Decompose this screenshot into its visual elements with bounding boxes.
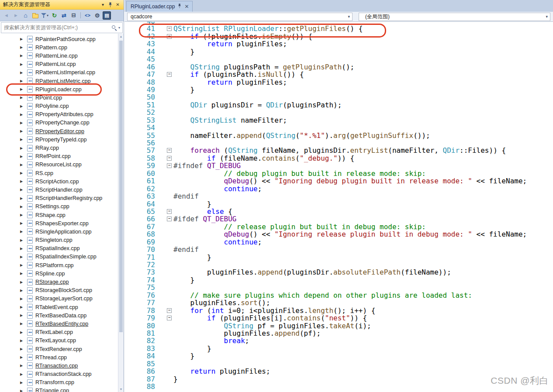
code-line-63[interactable]: 63#endif <box>124 193 553 200</box>
view-code-button[interactable]: <> <box>83 11 92 20</box>
scrollbar-thumb[interactable] <box>119 41 123 332</box>
tree-item[interactable]: ▶RPolyline.cpp <box>0 102 118 110</box>
sync-with-active-document-button[interactable]: ⇄ <box>60 11 68 20</box>
code-line-77[interactable]: 77 pluginFiles.sort(); <box>124 299 553 306</box>
tree-item[interactable]: ▶RPluginLoader.cpp <box>0 85 118 93</box>
code-line-61[interactable]: 61 qDebug() << "Ignoring debug plugin bu… <box>124 177 553 185</box>
tree-item[interactable]: ▶RScriptHandler.cpp <box>0 186 118 194</box>
expand-chevron-icon[interactable]: ▶ <box>20 121 26 125</box>
expand-chevron-icon[interactable]: ▶ <box>20 79 26 83</box>
code-line-69[interactable]: 69 continue; <box>124 238 553 246</box>
code-line-46[interactable]: 46 QString pluginsPath = getPluginsPath(… <box>124 63 553 71</box>
expand-chevron-icon[interactable]: ▶ <box>20 272 26 275</box>
tree-item[interactable]: ▶RSpline.cpp <box>0 269 118 278</box>
tree-item[interactable]: ▶RPropertyAttributes.cpp <box>0 110 118 119</box>
expand-chevron-icon[interactable]: ▶ <box>20 339 26 343</box>
expand-chevron-icon[interactable]: ▶ <box>20 179 26 183</box>
file-tree[interactable]: ▶RPainterPathSource.cpp▶RPattern.cpp▶RPa… <box>0 34 118 392</box>
refresh-button[interactable]: ↻ <box>50 11 59 20</box>
code-line-86[interactable]: 86 return pluginFiles; <box>124 368 553 375</box>
code-line-60[interactable]: 60 // debug plugin but built in release … <box>124 170 553 177</box>
expand-chevron-icon[interactable]: ▶ <box>20 322 26 326</box>
code-line-88[interactable]: 88 <box>124 383 553 390</box>
code-line-43[interactable]: 43 return pluginFiles; <box>124 40 553 48</box>
code-line-62[interactable]: 62 continue; <box>124 185 553 193</box>
window-position-chevron-icon[interactable]: ▾ <box>99 1 107 8</box>
tree-item[interactable]: ▶RTextLayout.cpp <box>0 337 118 345</box>
tree-item[interactable]: ▶RTextLabel.cpp <box>0 328 118 337</box>
expand-chevron-icon[interactable]: ▶ <box>20 297 26 301</box>
properties-button[interactable]: ⚙ <box>93 11 101 20</box>
home-button[interactable]: ⌂ <box>21 11 30 20</box>
expand-chevron-icon[interactable]: ▶ <box>20 347 26 351</box>
code-line-58[interactable]: 58− if (fileName.contains("_debug.")) { <box>124 155 553 162</box>
tree-item[interactable]: ▶RTabletEvent.cpp <box>0 303 118 311</box>
close-icon[interactable]: ✕ <box>114 1 121 8</box>
fold-toggle-icon[interactable]: − <box>167 217 172 221</box>
code-line-44[interactable]: 44 } <box>124 48 553 55</box>
tree-item[interactable]: ▶RPatternLine.cpp <box>0 52 118 60</box>
tree-item[interactable]: ▶RSingleton.cpp <box>0 236 118 244</box>
code-line-56[interactable]: 56 <box>124 139 553 147</box>
code-line-53[interactable]: 53 QStringList nameFilter; <box>124 117 553 124</box>
expand-chevron-icon[interactable]: ▶ <box>20 104 26 108</box>
expand-chevron-icon[interactable]: ▶ <box>20 138 26 141</box>
preview-selected-items-button[interactable]: ▤ <box>103 11 111 20</box>
fold-toggle-icon[interactable]: − <box>167 34 172 39</box>
code-line-42[interactable]: 42− if (!pluginFiles.isEmpty()) { <box>124 33 553 40</box>
tree-item[interactable]: ▶RTextBasedEntity.cpp <box>0 320 118 328</box>
code-line-78[interactable]: 78− for (int i=0; i<pluginFiles.length()… <box>124 307 553 314</box>
expand-chevron-icon[interactable]: ▶ <box>20 313 26 317</box>
search-icon[interactable] <box>111 25 117 31</box>
expand-chevron-icon[interactable]: ▶ <box>20 263 26 267</box>
code-line-79[interactable]: 79− if (pluginFiles[i].contains("nest"))… <box>124 314 553 322</box>
expand-chevron-icon[interactable]: ▶ <box>20 230 26 234</box>
code-line-54[interactable]: 54 <box>124 124 553 131</box>
expand-chevron-icon[interactable]: ▶ <box>20 305 26 309</box>
switch-views-button[interactable] <box>31 11 39 20</box>
code-line-81[interactable]: 81 pluginFiles.append(pf); <box>124 330 553 337</box>
code-line-85[interactable]: 85 <box>124 360 553 368</box>
tree-item[interactable]: ▶RPatternList.cpp <box>0 60 118 69</box>
expand-chevron-icon[interactable]: ▶ <box>20 62 26 66</box>
code-line-67[interactable]: 67 // release plugin but built in debug … <box>124 223 553 230</box>
expand-chevron-icon[interactable]: ▶ <box>20 280 26 284</box>
tree-item[interactable]: ▶RSingleApplication.cpp <box>0 227 118 236</box>
tab-pin-icon[interactable] <box>178 3 181 10</box>
code-line-75[interactable]: 75 <box>124 284 553 291</box>
back-button[interactable]: ◄ <box>2 11 10 20</box>
expand-chevron-icon[interactable]: ▶ <box>20 389 26 392</box>
expand-chevron-icon[interactable]: ▶ <box>20 54 26 58</box>
code-line-70[interactable]: 70#endif <box>124 246 553 253</box>
tree-item[interactable]: ▶RPropertyTypeId.cpp <box>0 135 118 144</box>
code-line-76[interactable]: 76 // make sure plugins which depend on … <box>124 292 553 299</box>
code-line-59[interactable]: 59−#ifndef QT_DEBUG <box>124 162 553 169</box>
expand-chevron-icon[interactable]: ▶ <box>20 205 26 209</box>
fold-toggle-icon[interactable]: − <box>167 72 172 77</box>
expand-chevron-icon[interactable]: ▶ <box>20 381 26 385</box>
expand-chevron-icon[interactable]: ▶ <box>20 364 26 368</box>
forward-button[interactable]: ► <box>12 11 20 20</box>
expand-chevron-icon[interactable]: ▶ <box>20 355 26 359</box>
code-editor[interactable]: 4041−QStringList RPluginLoader::getPlugi… <box>124 22 553 392</box>
tree-item[interactable]: ▶RScriptAction.cpp <box>0 177 118 186</box>
tree-item[interactable]: ▶RStorageBlockSort.cpp <box>0 286 118 295</box>
tree-item[interactable]: ▶RSpatialIndex.cpp <box>0 244 118 253</box>
code-line-64[interactable]: 64 } <box>124 200 553 208</box>
tree-item[interactable]: ▶RTextBasedData.cpp <box>0 311 118 320</box>
expand-chevron-icon[interactable]: ▶ <box>20 238 26 242</box>
tree-item[interactable]: ▶RPropertyEditor.cpp <box>0 127 118 135</box>
tree-item[interactable]: ▶RPainterPathSource.cpp <box>0 35 118 43</box>
fold-toggle-icon[interactable]: − <box>167 163 172 168</box>
tree-item[interactable]: ▶RTextRenderer.cpp <box>0 345 118 353</box>
tree-item[interactable]: ▶RPattern.cpp <box>0 43 118 52</box>
expand-chevron-icon[interactable]: ▶ <box>20 247 26 251</box>
expand-chevron-icon[interactable]: ▶ <box>20 289 26 292</box>
search-box[interactable]: 搜索解决方案资源管理器(Ctrl+;) ▾ <box>1 22 123 33</box>
tab-close-icon[interactable]: ✕ <box>184 4 189 9</box>
code-line-49[interactable]: 49 } <box>124 86 553 93</box>
expand-chevron-icon[interactable]: ▶ <box>20 221 26 225</box>
tab-rpluginloader[interactable]: RPluginLoader.cpp ✕ <box>126 1 193 12</box>
tree-item[interactable]: ▶RSettings.cpp <box>0 203 118 211</box>
tree-scrollbar[interactable]: ▲ ▼ <box>118 34 124 392</box>
